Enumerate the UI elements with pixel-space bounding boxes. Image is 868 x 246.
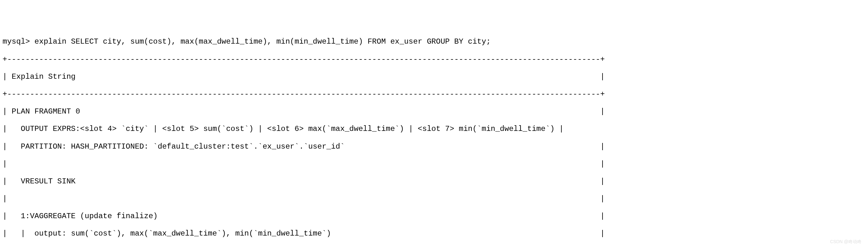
plan-line: | PLAN FRAGMENT 0 | (3, 107, 865, 116)
plan-line: | | output: sum(`cost`), max(`max_dwell_… (3, 229, 865, 238)
plan-line: | | (3, 160, 865, 169)
plan-line: | 1:VAGGREGATE (update finalize) | (3, 212, 865, 221)
plan-line: | VRESULT SINK | (3, 177, 865, 186)
plan-line: | | (3, 195, 865, 203)
watermark-text: CSDN @咚动咚 (830, 239, 862, 244)
sql-command: explain SELECT city, sum(cost), max(max_… (34, 37, 491, 46)
mysql-prompt: mysql> (3, 37, 34, 46)
command-line: mysql> explain SELECT city, sum(cost), m… (3, 37, 865, 46)
plan-line: | PARTITION: HASH_PARTITIONED: `default_… (3, 142, 865, 151)
separator-mid: +---------------------------------------… (3, 90, 865, 99)
separator-top: +---------------------------------------… (3, 55, 865, 64)
plan-line: | OUTPUT EXPRS:<slot 4> `city` | <slot 5… (3, 125, 865, 134)
header-row: | Explain String | (3, 72, 865, 81)
